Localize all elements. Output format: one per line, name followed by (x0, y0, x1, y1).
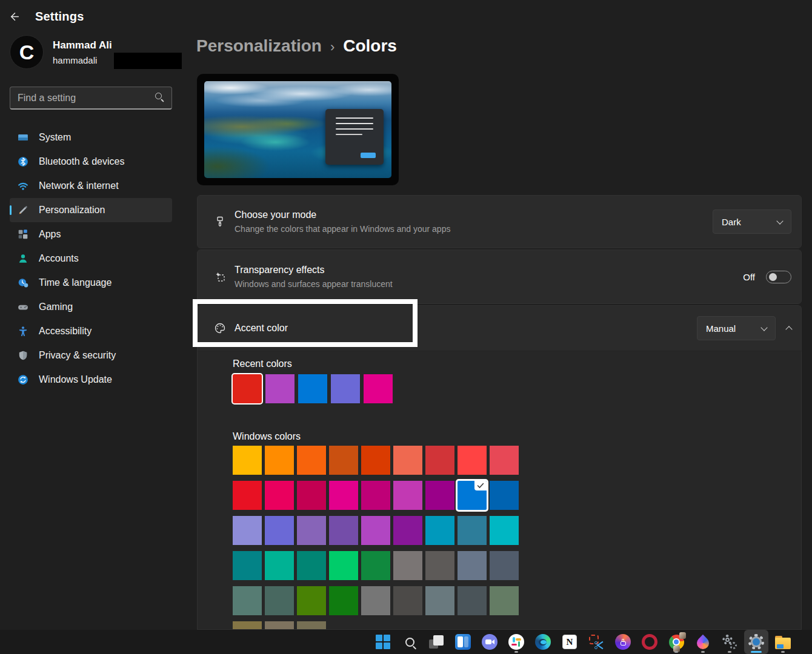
taskbar-task-view-icon[interactable] (424, 630, 448, 654)
taskbar-secure-browser-icon[interactable] (611, 630, 635, 654)
windows-color-swatch[interactable] (233, 621, 262, 630)
windows-color-swatch[interactable] (361, 551, 390, 580)
accounts-icon (17, 253, 29, 265)
accent-mode-dropdown[interactable]: Manual (697, 316, 776, 340)
windows-color-swatch[interactable] (265, 586, 294, 615)
windows-color-swatch[interactable] (393, 551, 422, 580)
windows-color-swatch[interactable] (490, 551, 519, 580)
windows-color-swatch[interactable] (490, 586, 519, 615)
windows-color-swatch[interactable] (329, 551, 358, 580)
taskbar-chat-icon[interactable] (478, 630, 502, 654)
windows-color-swatch[interactable] (265, 551, 294, 580)
sidebar-item-bluetooth-devices[interactable]: Bluetooth & devices (10, 150, 172, 174)
windows-color-swatch[interactable] (490, 446, 519, 475)
running-indicator (514, 651, 518, 653)
windows-color-swatch[interactable] (297, 621, 326, 630)
windows-color-swatch[interactable] (329, 446, 358, 475)
windows-color-swatch[interactable] (425, 516, 454, 545)
accessibility-icon (17, 325, 29, 337)
windows-color-swatch-selected[interactable] (456, 479, 488, 512)
taskbar-notion-icon[interactable]: N (557, 630, 582, 654)
windows-color-swatch[interactable] (425, 586, 454, 615)
sidebar-item-label: Time & language (39, 277, 111, 288)
taskbar-start-icon[interactable] (371, 630, 395, 654)
windows-update-icon (17, 374, 29, 386)
windows-color-swatch[interactable] (329, 481, 358, 510)
taskbar-services-icon[interactable] (717, 630, 742, 654)
taskbar-snipping-tool-icon[interactable] (584, 630, 608, 654)
windows-color-swatch[interactable] (265, 481, 294, 510)
windows-color-swatch[interactable] (458, 586, 487, 615)
windows-color-swatch[interactable] (393, 586, 422, 615)
sidebar-item-time-language[interactable]: Time & language (10, 271, 172, 295)
windows-color-swatch[interactable] (458, 446, 487, 475)
windows-color-swatch[interactable] (265, 446, 294, 475)
system-icon (17, 131, 29, 144)
taskbar-file-explorer-icon[interactable] (771, 630, 795, 654)
recent-color-swatch[interactable] (331, 374, 360, 403)
windows-color-swatch[interactable] (233, 586, 262, 615)
windows-color-swatch[interactable] (458, 551, 487, 580)
windows-color-swatch[interactable] (233, 481, 262, 510)
transparency-subtitle: Windows and surfaces appear translucent (235, 279, 393, 289)
windows-color-swatch[interactable] (297, 481, 326, 510)
windows-color-swatch[interactable] (361, 586, 390, 615)
windows-color-swatch[interactable] (297, 586, 326, 615)
windows-color-swatch[interactable] (393, 481, 422, 510)
windows-color-swatch[interactable] (233, 446, 262, 475)
windows-color-swatch[interactable] (393, 516, 422, 545)
transparency-toggle[interactable] (766, 271, 791, 283)
sidebar-item-network-internet[interactable]: Network & internet (10, 174, 172, 198)
windows-color-swatch[interactable] (265, 516, 294, 545)
search-input[interactable] (10, 87, 172, 110)
taskbar-settings-icon[interactable] (744, 630, 768, 654)
recent-color-swatch[interactable] (364, 374, 393, 403)
windows-color-swatch[interactable] (233, 516, 262, 545)
taskbar: N (0, 630, 812, 654)
taskbar-paint-icon[interactable] (691, 630, 715, 654)
recent-color-swatch[interactable] (298, 374, 327, 403)
recent-color-swatch[interactable] (265, 374, 295, 403)
taskbar-slack-icon[interactable] (504, 630, 528, 654)
taskbar-widgets-icon[interactable] (451, 630, 475, 654)
sidebar-item-accounts[interactable]: Accounts (10, 246, 172, 271)
taskbar-search-icon[interactable] (398, 630, 422, 654)
choose-mode-title: Choose your mode (235, 210, 450, 220)
windows-color-swatch[interactable] (425, 481, 454, 510)
sidebar-item-apps[interactable]: Apps (10, 222, 172, 246)
sidebar-item-personalization[interactable]: Personalization (10, 198, 172, 222)
windows-color-swatch[interactable] (490, 481, 519, 510)
windows-color-swatch[interactable] (490, 516, 519, 545)
taskbar-edge-icon[interactable] (531, 630, 555, 654)
windows-color-swatch[interactable] (458, 516, 487, 545)
breadcrumb-parent[interactable]: Personalization (196, 36, 322, 56)
sidebar-item-gaming[interactable]: Gaming (10, 295, 172, 319)
windows-color-swatch[interactable] (361, 516, 390, 545)
taskbar-opera-icon[interactable] (637, 630, 662, 654)
windows-color-swatch[interactable] (297, 516, 326, 545)
sidebar-item-label: Windows Update (39, 374, 112, 385)
windows-color-swatch[interactable] (297, 446, 326, 475)
user-profile[interactable]: C Hammad Ali hammadali (10, 35, 172, 70)
back-button[interactable] (10, 12, 21, 22)
windows-color-swatch[interactable] (361, 446, 390, 475)
windows-color-swatch[interactable] (233, 551, 262, 580)
sidebar-item-privacy-security[interactable]: Privacy & security (10, 343, 172, 368)
accent-color-row[interactable]: Accent color Manual (197, 305, 802, 351)
windows-color-swatch[interactable] (329, 586, 358, 615)
app-title: Settings (35, 10, 84, 24)
windows-color-swatch[interactable] (297, 551, 326, 580)
mode-dropdown[interactable]: Dark (713, 210, 791, 234)
sidebar-item-accessibility[interactable]: Accessibility (10, 319, 172, 343)
taskbar-chrome-icon[interactable] (664, 630, 688, 654)
collapse-chevron-icon[interactable] (785, 326, 792, 332)
windows-color-swatch[interactable] (393, 446, 422, 475)
windows-color-swatch[interactable] (425, 446, 454, 475)
windows-color-swatch[interactable] (265, 621, 294, 630)
windows-color-swatch[interactable] (425, 551, 454, 580)
recent-color-swatch[interactable] (231, 373, 263, 405)
sidebar-item-windows-update[interactable]: Windows Update (10, 368, 172, 392)
windows-color-swatch[interactable] (361, 481, 390, 510)
windows-color-swatch[interactable] (329, 516, 358, 545)
sidebar-item-system[interactable]: System (10, 125, 172, 150)
